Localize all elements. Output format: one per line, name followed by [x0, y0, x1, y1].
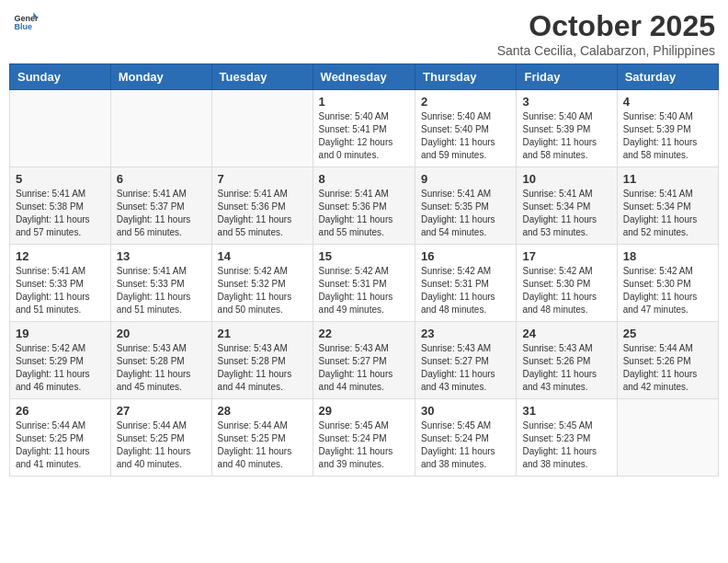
day-number: 22 [319, 327, 409, 340]
day-info: Sunrise: 5:41 AM Sunset: 5:35 PM Dayligh… [421, 188, 510, 239]
calendar-cell: 5Sunrise: 5:41 AM Sunset: 5:38 PM Daylig… [10, 167, 111, 245]
weekday-header-friday: Friday [517, 64, 617, 90]
weekday-header-wednesday: Wednesday [313, 64, 415, 90]
weekday-header-tuesday: Tuesday [211, 64, 313, 90]
calendar-cell: 8Sunrise: 5:41 AM Sunset: 5:36 PM Daylig… [313, 167, 415, 245]
day-number: 7 [218, 172, 307, 186]
svg-text:Blue: Blue [14, 22, 32, 31]
calendar-cell: 4Sunrise: 5:40 AM Sunset: 5:39 PM Daylig… [617, 90, 718, 167]
day-number: 8 [319, 172, 409, 186]
calendar-cell: 24Sunrise: 5:43 AM Sunset: 5:26 PM Dayli… [517, 322, 617, 399]
calendar-week-row: 1Sunrise: 5:40 AM Sunset: 5:41 PM Daylig… [10, 90, 719, 167]
day-info: Sunrise: 5:41 AM Sunset: 5:33 PM Dayligh… [117, 265, 206, 316]
day-number: 29 [319, 404, 409, 418]
day-number: 12 [16, 249, 105, 263]
day-number: 16 [421, 249, 510, 263]
logo: General Blue [13, 9, 39, 35]
day-number: 3 [522, 95, 610, 109]
weekday-header-thursday: Thursday [415, 64, 517, 90]
calendar-cell: 6Sunrise: 5:41 AM Sunset: 5:37 PM Daylig… [110, 167, 211, 245]
calendar-cell: 13Sunrise: 5:41 AM Sunset: 5:33 PM Dayli… [110, 245, 211, 322]
day-number: 24 [522, 327, 610, 340]
calendar-cell: 19Sunrise: 5:42 AM Sunset: 5:29 PM Dayli… [10, 322, 111, 399]
day-number: 5 [16, 172, 105, 186]
day-info: Sunrise: 5:44 AM Sunset: 5:26 PM Dayligh… [623, 342, 712, 394]
calendar-cell: 23Sunrise: 5:43 AM Sunset: 5:27 PM Dayli… [415, 322, 517, 399]
day-info: Sunrise: 5:43 AM Sunset: 5:27 PM Dayligh… [319, 342, 409, 394]
day-info: Sunrise: 5:42 AM Sunset: 5:31 PM Dayligh… [319, 265, 409, 316]
calendar-week-row: 19Sunrise: 5:42 AM Sunset: 5:29 PM Dayli… [10, 322, 719, 399]
day-number: 31 [522, 404, 610, 418]
calendar-cell [10, 90, 111, 167]
day-number: 11 [623, 172, 712, 186]
day-number: 25 [623, 327, 712, 340]
calendar-cell [211, 90, 313, 167]
day-number: 6 [117, 172, 206, 186]
calendar-cell: 15Sunrise: 5:42 AM Sunset: 5:31 PM Dayli… [313, 245, 415, 322]
day-number: 14 [218, 249, 307, 263]
calendar-cell: 27Sunrise: 5:44 AM Sunset: 5:25 PM Dayli… [110, 399, 211, 477]
day-info: Sunrise: 5:44 AM Sunset: 5:25 PM Dayligh… [117, 419, 206, 471]
calendar-cell: 31Sunrise: 5:45 AM Sunset: 5:23 PM Dayli… [517, 399, 617, 477]
day-info: Sunrise: 5:42 AM Sunset: 5:31 PM Dayligh… [421, 265, 510, 316]
logo-icon: General Blue [13, 9, 39, 35]
day-info: Sunrise: 5:45 AM Sunset: 5:24 PM Dayligh… [421, 419, 510, 471]
day-info: Sunrise: 5:43 AM Sunset: 5:28 PM Dayligh… [218, 342, 307, 394]
day-info: Sunrise: 5:42 AM Sunset: 5:29 PM Dayligh… [16, 342, 105, 394]
calendar-cell: 21Sunrise: 5:43 AM Sunset: 5:28 PM Dayli… [211, 322, 313, 399]
calendar-cell [110, 90, 211, 167]
weekday-header-saturday: Saturday [617, 64, 718, 90]
day-info: Sunrise: 5:43 AM Sunset: 5:27 PM Dayligh… [421, 342, 510, 394]
day-info: Sunrise: 5:42 AM Sunset: 5:30 PM Dayligh… [623, 265, 712, 316]
title-area: October 2025 Santa Cecilia, Calabarzon, … [497, 9, 715, 58]
day-number: 13 [117, 249, 206, 263]
day-number: 17 [522, 249, 610, 263]
month-title: October 2025 [497, 9, 715, 43]
day-info: Sunrise: 5:44 AM Sunset: 5:25 PM Dayligh… [16, 419, 105, 471]
calendar-cell: 26Sunrise: 5:44 AM Sunset: 5:25 PM Dayli… [10, 399, 111, 477]
day-number: 19 [16, 327, 105, 340]
day-info: Sunrise: 5:45 AM Sunset: 5:24 PM Dayligh… [319, 419, 409, 471]
location: Santa Cecilia, Calabarzon, Philippines [497, 43, 715, 58]
page-header: General Blue October 2025 Santa Cecilia,… [9, 9, 719, 58]
calendar-week-row: 12Sunrise: 5:41 AM Sunset: 5:33 PM Dayli… [10, 245, 719, 322]
calendar-cell: 2Sunrise: 5:40 AM Sunset: 5:40 PM Daylig… [415, 90, 517, 167]
day-number: 20 [117, 327, 206, 340]
day-number: 1 [319, 95, 409, 109]
day-number: 9 [421, 172, 510, 186]
day-info: Sunrise: 5:41 AM Sunset: 5:37 PM Dayligh… [117, 188, 206, 239]
calendar-week-row: 26Sunrise: 5:44 AM Sunset: 5:25 PM Dayli… [10, 399, 719, 477]
day-info: Sunrise: 5:41 AM Sunset: 5:34 PM Dayligh… [522, 188, 610, 239]
day-number: 10 [522, 172, 610, 186]
calendar-cell: 11Sunrise: 5:41 AM Sunset: 5:34 PM Dayli… [617, 167, 718, 245]
calendar-cell: 28Sunrise: 5:44 AM Sunset: 5:25 PM Dayli… [211, 399, 313, 477]
day-info: Sunrise: 5:41 AM Sunset: 5:34 PM Dayligh… [623, 188, 712, 239]
day-info: Sunrise: 5:43 AM Sunset: 5:28 PM Dayligh… [117, 342, 206, 394]
day-info: Sunrise: 5:45 AM Sunset: 5:23 PM Dayligh… [522, 419, 610, 471]
calendar-cell: 12Sunrise: 5:41 AM Sunset: 5:33 PM Dayli… [10, 245, 111, 322]
day-number: 28 [218, 404, 307, 418]
calendar-cell: 25Sunrise: 5:44 AM Sunset: 5:26 PM Dayli… [617, 322, 718, 399]
calendar-cell: 14Sunrise: 5:42 AM Sunset: 5:32 PM Dayli… [211, 245, 313, 322]
weekday-header-monday: Monday [110, 64, 211, 90]
day-number: 30 [421, 404, 510, 418]
day-info: Sunrise: 5:43 AM Sunset: 5:26 PM Dayligh… [522, 342, 610, 394]
calendar-cell: 3Sunrise: 5:40 AM Sunset: 5:39 PM Daylig… [517, 90, 617, 167]
calendar-cell: 20Sunrise: 5:43 AM Sunset: 5:28 PM Dayli… [110, 322, 211, 399]
calendar-cell: 16Sunrise: 5:42 AM Sunset: 5:31 PM Dayli… [415, 245, 517, 322]
day-info: Sunrise: 5:40 AM Sunset: 5:41 PM Dayligh… [319, 110, 409, 162]
day-info: Sunrise: 5:41 AM Sunset: 5:36 PM Dayligh… [218, 188, 307, 239]
day-number: 4 [623, 95, 712, 109]
calendar-cell: 30Sunrise: 5:45 AM Sunset: 5:24 PM Dayli… [415, 399, 517, 477]
day-number: 21 [218, 327, 307, 340]
day-number: 23 [421, 327, 510, 340]
day-number: 18 [623, 249, 712, 263]
day-number: 26 [16, 404, 105, 418]
calendar-cell: 10Sunrise: 5:41 AM Sunset: 5:34 PM Dayli… [517, 167, 617, 245]
calendar-cell: 17Sunrise: 5:42 AM Sunset: 5:30 PM Dayli… [517, 245, 617, 322]
day-info: Sunrise: 5:42 AM Sunset: 5:30 PM Dayligh… [522, 265, 610, 316]
day-info: Sunrise: 5:42 AM Sunset: 5:32 PM Dayligh… [218, 265, 307, 316]
day-number: 15 [319, 249, 409, 263]
day-info: Sunrise: 5:44 AM Sunset: 5:25 PM Dayligh… [218, 419, 307, 471]
calendar-cell: 29Sunrise: 5:45 AM Sunset: 5:24 PM Dayli… [313, 399, 415, 477]
